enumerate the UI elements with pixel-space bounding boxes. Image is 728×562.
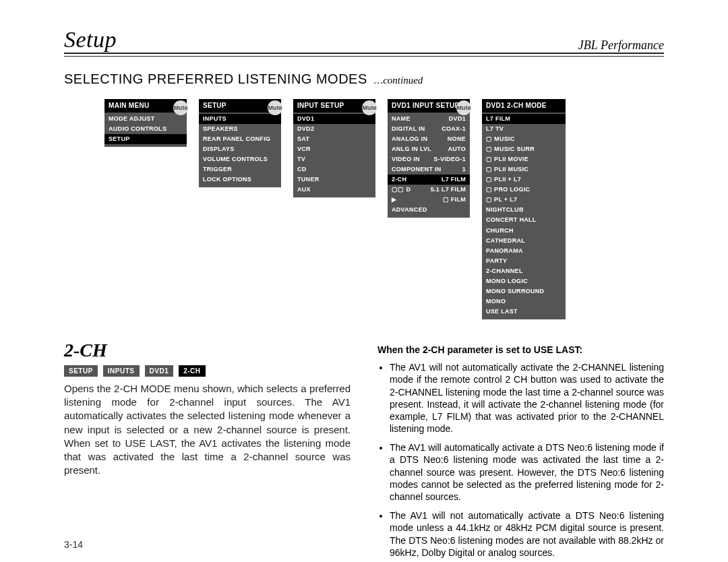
osd-item-label: SPEAKERS: [203, 125, 238, 133]
osd-menu-item: 2-CHL7 FILM: [388, 175, 470, 185]
osd-menu-item: AUX: [293, 185, 375, 195]
osd-item-label: NAME: [392, 115, 411, 123]
osd-item-label: TV: [297, 155, 305, 164]
osd-menu-item: LOCK OPTIONS: [199, 175, 281, 185]
osd-item-label: VCR: [297, 145, 311, 154]
page-number: 3-14: [64, 539, 83, 550]
osd-item-label: SAT: [297, 135, 309, 144]
osd-item-label: NIGHTCLUB: [486, 206, 524, 214]
osd-menu-item: NAMEDVD1: [388, 114, 470, 124]
breadcrumb-step: 2-CH: [179, 365, 205, 377]
osd-menu-item: ▢ PLII MOVIE: [482, 154, 566, 164]
osd-menu-item: ▢ PL + L7: [482, 195, 566, 205]
osd-menu-item: MODE ADJUST: [104, 114, 187, 124]
osd-item-label: ▢▢ D: [392, 185, 411, 194]
osd-menu-item: DVD1: [293, 114, 375, 124]
osd-item-value: DVD1: [449, 115, 466, 123]
header-section: Setup: [64, 27, 117, 53]
osd-item-label: MONO LOGIC: [486, 277, 528, 286]
osd-menu: MuteSETUPINPUTSSPEAKERSREAR PANEL CONFIG…: [199, 99, 281, 319]
osd-menu-title: DVD1 2-CH MODE: [482, 99, 566, 113]
osd-item-label: INPUTS: [203, 115, 226, 123]
header-rule-thick: [64, 53, 664, 54]
osd-menu-item: TRIGGER: [199, 164, 281, 175]
osd-menu-item: ▶▢ FILM: [388, 195, 470, 205]
osd-item-label: ANLG IN LVL: [392, 145, 431, 154]
osd-item-label: ▢ MUSIC SURR: [486, 145, 535, 154]
osd-item-value: AUTO: [448, 145, 466, 154]
osd-menu-body: INPUTSSPEAKERSREAR PANEL CONFIGDISPLAYSV…: [199, 113, 281, 187]
osd-menu-item: VCR: [293, 144, 375, 154]
osd-menu-item: COMPONENT IN1: [388, 164, 470, 175]
osd-menu-item: SAT: [293, 134, 375, 144]
osd-menu-item: MONO LOGIC: [482, 276, 566, 286]
osd-menu-item: INPUTS: [199, 114, 281, 124]
uselast-heading: When the 2-CH parameter is set to USE LA…: [377, 344, 664, 356]
osd-menu-item: L7 FILM: [482, 114, 566, 124]
osd-menu-body: DVD1DVD2SATVCRTVCDTUNERAUX: [293, 113, 375, 197]
osd-menu-item: ▢ MUSIC: [482, 134, 566, 144]
mute-icon: Mute: [456, 100, 471, 115]
osd-menu-item: ▢ PLII MUSIC: [482, 164, 566, 175]
page-header: Setup JBL Performance: [64, 27, 664, 53]
osd-item-label: 2-CH: [392, 175, 406, 184]
section-title-text: SELECTING PREFERRED LISTENING MODES: [64, 71, 367, 86]
osd-menu-item: CONCERT HALL: [482, 215, 566, 225]
osd-menu-body: MODE ADJUSTAUDIO CONTROLSSETUP: [104, 113, 187, 147]
osd-menu-item: REAR PANEL CONFIG: [199, 134, 281, 144]
osd-item-value: ▢ FILM: [443, 195, 466, 204]
osd-item-label: TUNER: [297, 175, 320, 184]
osd-item-label: PANORAMA: [486, 247, 523, 255]
osd-menu-item: ▢ PRO LOGIC: [482, 185, 566, 195]
osd-item-label: AUDIO CONTROLS: [109, 125, 166, 133]
osd-item-value: S-VIDEO-1: [433, 155, 466, 164]
content-columns: 2-CH SETUPINPUTSDVD12-CH Opens the 2-CH …: [64, 340, 664, 562]
osd-item-label: CONCERT HALL: [486, 216, 537, 224]
osd-item-label: VOLUME CONTROLS: [203, 155, 268, 164]
osd-item-label: MONO: [486, 297, 506, 306]
mute-icon: Mute: [362, 100, 377, 115]
osd-menu-item: CATHEDRAL: [482, 236, 566, 246]
breadcrumb: SETUPINPUTSDVD12-CH: [64, 365, 351, 377]
osd-menu-item: SETUP: [104, 134, 187, 144]
osd-item-label: L7 FILM: [486, 115, 510, 123]
osd-menu-item: CHURCH: [482, 226, 566, 236]
osd-menu-item: DISPLAYS: [199, 144, 281, 154]
osd-item-label: COMPONENT IN: [392, 165, 442, 174]
osd-menu-item: L7 TV: [482, 124, 566, 134]
osd-item-value: NONE: [448, 135, 466, 144]
breadcrumb-step: SETUP: [64, 365, 98, 377]
osd-menu-item: ▢ PLII + L7: [482, 175, 566, 185]
subsection-paragraph: Opens the 2-CH MODE menu shown, which se…: [64, 382, 351, 478]
osd-item-label: AUX: [297, 185, 311, 194]
osd-menu-item: TUNER: [293, 175, 375, 185]
osd-item-label: DVD2: [297, 125, 314, 133]
osd-menu-item: CD: [293, 164, 375, 175]
osd-item-label: CD: [297, 165, 307, 174]
osd-item-label: TRIGGER: [203, 165, 232, 174]
osd-item-label: ANALOG IN: [392, 135, 427, 144]
osd-menu: MuteMAIN MENUMODE ADJUSTAUDIO CONTROLSSE…: [104, 99, 187, 319]
osd-item-label: USE LAST: [486, 307, 518, 316]
osd-item-label: ▢ PLII MUSIC: [486, 165, 528, 174]
osd-menu-item: TV: [293, 154, 375, 164]
mute-icon: Mute: [268, 100, 282, 115]
right-column: When the 2-CH parameter is set to USE LA…: [377, 340, 664, 562]
osd-item-label: ▢ MUSIC: [486, 135, 515, 144]
osd-item-label: REAR PANEL CONFIG: [203, 135, 270, 144]
osd-item-label: ▢ PLII MOVIE: [486, 155, 528, 164]
left-column: 2-CH SETUPINPUTSDVD12-CH Opens the 2-CH …: [64, 340, 351, 562]
osd-menu-body: L7 FILML7 TV▢ MUSIC▢ MUSIC SURR▢ PLII MO…: [482, 113, 566, 319]
osd-item-label: LOCK OPTIONS: [203, 175, 251, 184]
osd-item-label: ADVANCED: [392, 206, 427, 214]
osd-item-label: SETUP: [109, 135, 130, 144]
uselast-bullet: The AV1 will automatically activate a DT…: [390, 441, 664, 503]
osd-menu: DVD1 2-CH MODEL7 FILML7 TV▢ MUSIC▢ MUSIC…: [482, 99, 566, 319]
osd-menu-item: AUDIO CONTROLS: [104, 124, 187, 134]
osd-menu-item: VOLUME CONTROLS: [199, 154, 281, 164]
section-title: SELECTING PREFERRED LISTENING MODES …con…: [64, 71, 664, 87]
header-brand: JBL Performance: [578, 38, 664, 53]
osd-menu-item: ANALOG INNONE: [388, 134, 470, 144]
osd-menu-item: SPEAKERS: [199, 124, 281, 134]
osd-menu-item: PANORAMA: [482, 246, 566, 256]
